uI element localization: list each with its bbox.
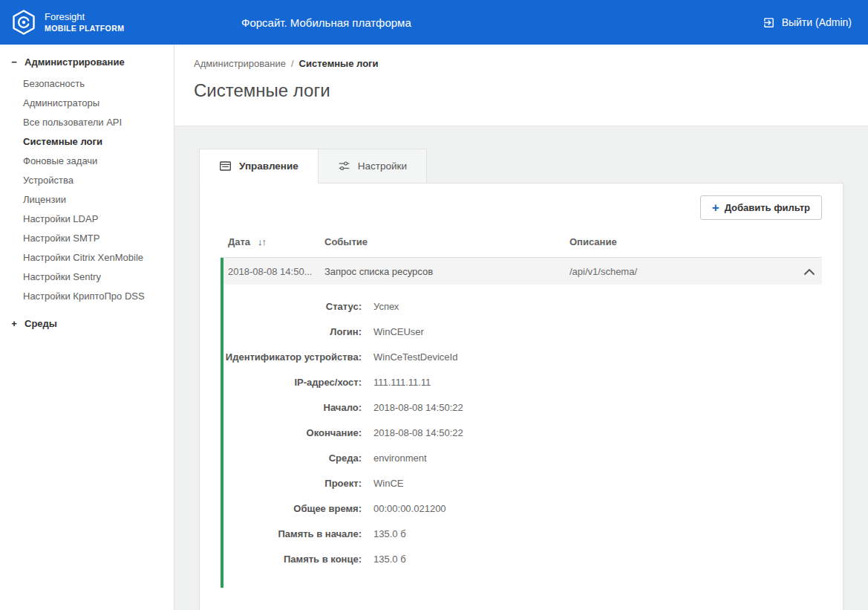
- detail-value: 135.0 б: [373, 528, 822, 539]
- sidebar-item[interactable]: Лицензии: [0, 190, 174, 210]
- plus-icon: +: [712, 203, 719, 213]
- detail-row: Память в начале: 135.0 б: [223, 521, 822, 546]
- detail-row: Память в конце: 135.0 б: [223, 546, 822, 571]
- detail-label: Память в конце:: [223, 554, 362, 565]
- detail-row: Общее время: 00:00:00.021200: [223, 496, 822, 521]
- logo-subtitle: MOBILE PLATFORM: [45, 24, 124, 33]
- logo: Foresight MOBILE PLATFORM: [0, 9, 174, 36]
- logs-card: + Добавить фильтр Дата ↓↑ Событие Описан…: [199, 183, 843, 610]
- detail-label: Память в начале:: [223, 528, 362, 539]
- detail-value: environment: [373, 452, 822, 464]
- tab-settings-label: Настройки: [358, 160, 407, 172]
- sidebar-item[interactable]: Безопасность: [0, 74, 174, 94]
- row-date: 2018-08-08 14:50...: [223, 266, 320, 277]
- sidebar-item[interactable]: Администраторы: [0, 94, 174, 113]
- add-filter-label: Добавить фильтр: [725, 202, 810, 213]
- logout-button[interactable]: Выйти (Admin): [763, 16, 852, 29]
- row-description: /api/v1/schema/: [565, 266, 795, 277]
- sidebar-item[interactable]: Настройки КриптоПро DSS: [0, 287, 174, 306]
- detail-label: Среда:: [223, 452, 362, 464]
- sidebar-item-environments[interactable]: + Среды: [0, 306, 174, 334]
- chevron-up-icon[interactable]: [804, 268, 822, 275]
- sidebar-item[interactable]: Системные логи: [0, 132, 174, 152]
- detail-row: Статус: Успех: [223, 293, 822, 319]
- tab-settings[interactable]: Настройки: [319, 149, 427, 184]
- logo-title: Foresight: [45, 11, 124, 23]
- sidebar-item[interactable]: Настройки SMTP: [0, 229, 174, 248]
- detail-row: Логин: WinCEUser: [223, 319, 822, 344]
- detail-row: Проект: WinCE: [223, 470, 822, 496]
- logout-icon: [763, 16, 775, 29]
- detail-label: Идентификатор устройства:: [223, 351, 362, 363]
- detail-row: IP-адрес/хост: 111.111.11.11: [223, 369, 822, 395]
- tabs: Управление Настройки: [199, 149, 843, 184]
- breadcrumb-current: Системные логи: [299, 58, 379, 69]
- log-details: Статус: Успех Логин: WinCEUser Идентифик…: [223, 285, 822, 588]
- sidebar: − Администрирование БезопасностьАдминист…: [0, 45, 174, 610]
- sidebar-item-administration[interactable]: − Администрирование: [0, 45, 174, 72]
- detail-row: Начало: 2018-08-08 14:50:22: [223, 395, 822, 420]
- detail-value: Успех: [373, 301, 822, 312]
- card-toolbar: + Добавить фильтр: [221, 195, 822, 220]
- sidebar-item[interactable]: Настройки Citrix XenMobile: [0, 248, 174, 267]
- foresight-logo-icon: [10, 9, 37, 36]
- tune-icon: [338, 160, 350, 172]
- expand-icon[interactable]: +: [10, 318, 18, 329]
- breadcrumb-separator: /: [291, 58, 294, 69]
- sidebar-item[interactable]: Настройки LDAP: [0, 210, 174, 229]
- detail-row: Среда: environment: [223, 445, 822, 470]
- column-header-description[interactable]: Описание: [562, 236, 795, 247]
- detail-value: WinCeTestDeviceId: [373, 351, 822, 363]
- column-header-date[interactable]: Дата ↓↑: [221, 236, 317, 247]
- breadcrumb: Администрирование/Системные логи: [194, 58, 868, 69]
- detail-label: IP-адрес/хост:: [223, 377, 362, 388]
- collapse-icon[interactable]: −: [10, 56, 18, 68]
- detail-label: Статус:: [223, 301, 362, 312]
- sidebar-item[interactable]: Фоновые задачи: [0, 152, 174, 171]
- sidebar-item[interactable]: Настройки Sentry: [0, 267, 174, 287]
- sidebar-item[interactable]: Все пользователи API: [0, 113, 174, 132]
- detail-value: 135.0 б: [373, 554, 822, 565]
- detail-label: Общее время:: [223, 503, 362, 514]
- content-area: Управление Настройки + Добавит: [174, 126, 868, 610]
- detail-value: 2018-08-08 14:50:22: [373, 427, 822, 438]
- detail-label: Окончание:: [223, 427, 362, 438]
- column-header-event[interactable]: Событие: [317, 236, 562, 247]
- sort-icon[interactable]: ↓↑: [258, 236, 266, 247]
- detail-label: Начало:: [223, 402, 362, 413]
- detail-label: Проект:: [223, 478, 362, 489]
- logout-label: Выйти (Admin): [782, 16, 852, 28]
- app-header: Foresight MOBILE PLATFORM Форсайт. Мобил…: [0, 0, 868, 45]
- page-title: Системные логи: [194, 80, 868, 101]
- detail-value: WinCE: [373, 478, 822, 489]
- detail-row: Идентификатор устройства: WinCeTestDevic…: [223, 344, 822, 369]
- breadcrumb-parent[interactable]: Администрирование: [194, 58, 286, 69]
- tab-management[interactable]: Управление: [199, 149, 319, 184]
- app-title: Форсайт. Мобильная платформа: [241, 16, 411, 29]
- detail-value: 111.111.11.11: [373, 377, 822, 388]
- log-entry-expanded: 2018-08-08 14:50... Запрос списка ресурс…: [221, 258, 822, 588]
- sidebar-item[interactable]: Устройства: [0, 171, 174, 190]
- detail-label: Логин:: [223, 326, 362, 337]
- sidebar-menu: БезопасностьАдминистраторыВсе пользовате…: [0, 74, 174, 306]
- table-row[interactable]: 2018-08-08 14:50... Запрос списка ресурс…: [223, 258, 822, 285]
- detail-value: 00:00:00.021200: [373, 503, 822, 514]
- sidebar-root-label: Администрирование: [25, 56, 125, 68]
- tab-management-label: Управление: [239, 160, 298, 172]
- logo-text: Foresight MOBILE PLATFORM: [45, 11, 124, 33]
- detail-value: WinCEUser: [373, 326, 822, 337]
- page-head: Администрирование/Системные логи Системн…: [174, 45, 868, 126]
- list-icon: [219, 160, 232, 172]
- main-area: Администрирование/Системные логи Системн…: [174, 45, 868, 610]
- environments-label: Среды: [25, 318, 57, 329]
- detail-row: Окончание: 2018-08-08 14:50:22: [223, 420, 822, 445]
- detail-value: 2018-08-08 14:50:22: [373, 402, 822, 413]
- row-event: Запрос списка ресурсов: [320, 266, 565, 277]
- table-header: Дата ↓↑ Событие Описание: [221, 230, 822, 258]
- add-filter-button[interactable]: + Добавить фильтр: [700, 195, 822, 220]
